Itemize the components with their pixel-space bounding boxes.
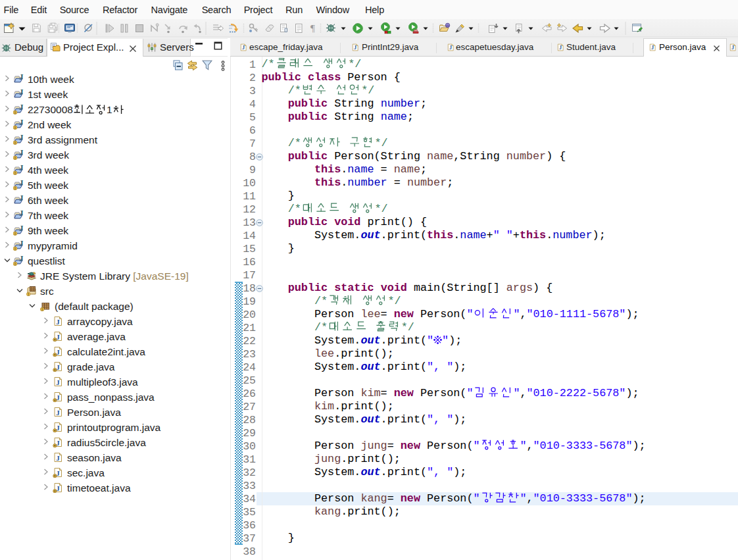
svg-text:J: J (19, 240, 23, 248)
svg-text:J: J (56, 318, 60, 326)
svg-text:J: J (449, 45, 452, 51)
svg-text:J: J (19, 165, 23, 172)
svg-text:J: J (19, 195, 23, 203)
svg-text:J: J (56, 454, 60, 462)
svg-text:J: J (559, 45, 562, 51)
svg-text:J: J (731, 45, 734, 51)
svg-text:J: J (19, 119, 23, 127)
svg-text:J: J (19, 134, 23, 142)
svg-text:J: J (19, 74, 23, 82)
svg-text:J: J (56, 378, 60, 386)
svg-text:J: J (56, 409, 60, 417)
svg-text:J: J (354, 45, 357, 51)
svg-text:J: J (19, 225, 23, 233)
svg-text:J: J (19, 89, 23, 97)
svg-text:J: J (242, 45, 245, 51)
svg-text:J: J (19, 210, 23, 218)
svg-text:J: J (19, 180, 23, 188)
svg-text:J: J (19, 104, 23, 112)
svg-text:J: J (19, 255, 23, 263)
svg-text:J: J (651, 45, 654, 51)
svg-text:J: J (19, 149, 23, 157)
svg-text:¶: ¶ (310, 23, 315, 34)
